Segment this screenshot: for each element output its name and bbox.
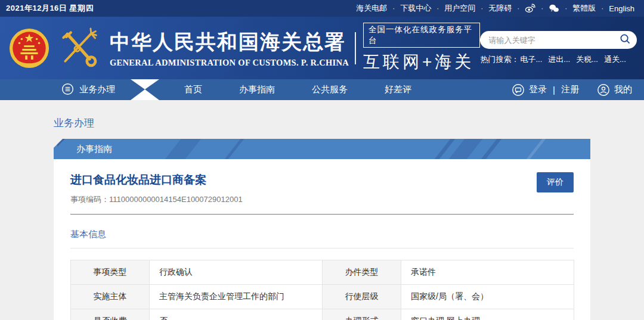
nav-item-public-service[interactable]: 公共服务 xyxy=(312,84,348,95)
my-account-link[interactable]: 我的 xyxy=(614,84,632,95)
banner-stripe xyxy=(162,139,204,159)
nav-menu-business[interactable]: 业务办理 xyxy=(61,83,115,97)
search-icon[interactable] xyxy=(620,33,631,47)
user-icon xyxy=(597,83,610,97)
national-emblem xyxy=(8,27,50,69)
dot-separator: · xyxy=(436,4,439,13)
section-divider xyxy=(70,248,574,248)
field-label: 是否收费 xyxy=(71,309,150,320)
item-code: 事项编码：11100000000014154E1000729012001 xyxy=(70,194,243,205)
link-customs-email[interactable]: 海关电邮 xyxy=(356,3,387,14)
platform-name: 互联网+海关 xyxy=(363,51,480,73)
banner-decoration xyxy=(54,139,63,148)
table-row: 实施主体 主管海关负责企业管理工作的部门 行使层级 国家级/局（署、会） xyxy=(71,285,574,309)
page-content: 业务办理 办事指南 进口食品化妆品进口商备案 事项编码：111000000000… xyxy=(0,100,644,320)
field-value: 窗口办理 网上办理 xyxy=(401,309,574,320)
field-value: 否 xyxy=(150,309,323,320)
search-block: 热门搜索： 电子... 进出... 关税... 通关... xyxy=(480,31,637,65)
hot-search-item[interactable]: 进出... xyxy=(548,54,570,65)
dot-separator: · xyxy=(481,4,483,13)
hot-search-label: 热门搜索： xyxy=(480,54,519,65)
blue-divider xyxy=(70,214,574,215)
link-english[interactable]: English xyxy=(609,4,634,13)
site-header: 中华人民共和国海关总署 GENERAL ADMINISTRATION OF CU… xyxy=(0,17,644,79)
nav-account-area: 登录 | 注册 我的 xyxy=(512,83,632,97)
current-date: 2021年12月16日 星期四 xyxy=(6,3,94,14)
login-link[interactable]: 登录 xyxy=(529,84,547,95)
dot-separator: · xyxy=(517,4,519,13)
main-nav: 业务办理 首页 办事指南 公共服务 好差评 登录 | 注册 我的 xyxy=(0,79,644,100)
table-row: 是否收费 否 办理形式 窗口办理 网上办理 xyxy=(71,309,574,320)
hot-search-item[interactable]: 关税... xyxy=(576,54,598,65)
top-utility-bar: 2021年12月16日 星期四 海关电邮 · 下载中心 · 用户空间 · 无障碍… xyxy=(0,0,644,17)
link-user-space[interactable]: 用户空间 xyxy=(444,3,475,14)
field-value: 主管海关负责企业管理工作的部门 xyxy=(150,285,323,309)
page-title: 业务办理 xyxy=(54,116,590,130)
dot-separator: · xyxy=(565,4,567,13)
field-value: 国家级/局（署、会） xyxy=(401,285,574,309)
login-register-divider: | xyxy=(553,85,555,95)
hot-search-item[interactable]: 电子... xyxy=(520,54,542,65)
site-title-chinese: 中华人民共和国海关总署 xyxy=(110,29,349,56)
field-value: 承诺件 xyxy=(401,260,574,285)
dot-separator: · xyxy=(601,4,603,13)
wechat-icon[interactable] xyxy=(549,4,559,13)
weibo-icon[interactable] xyxy=(525,4,535,13)
link-traditional-chinese[interactable]: 繁體版 xyxy=(572,3,596,14)
field-label: 事项类型 xyxy=(71,260,150,285)
nav-active-marker xyxy=(131,79,159,100)
nav-item-rating[interactable]: 好差评 xyxy=(385,84,411,95)
section-title-basic-info: 基本信息 xyxy=(70,229,574,240)
hamburger-circle-icon xyxy=(61,83,74,97)
hot-search-item[interactable]: 通关... xyxy=(604,54,626,65)
platform-block: 全国一体化在线政务服务平台 互联网+海关 xyxy=(363,23,480,73)
dot-separator: · xyxy=(392,4,395,13)
field-value: 行政确认 xyxy=(150,260,323,285)
hot-search-line: 热门搜索： 电子... 进出... 关税... 通关... xyxy=(480,54,637,65)
nav-items: 首页 办事指南 公共服务 好差评 xyxy=(184,84,448,95)
site-title-block: 中华人民共和国海关总署 GENERAL ADMINISTRATION OF CU… xyxy=(110,29,349,68)
card-header: 进口食品化妆品进口商备案 事项编码：11100000000014154E1000… xyxy=(70,172,574,205)
search-input[interactable] xyxy=(488,36,620,45)
basic-info-table: 事项类型 行政确认 办件类型 承诺件 实施主体 主管海关负责企业管理工作的部门 … xyxy=(70,260,574,320)
banner-title: 办事指南 xyxy=(76,144,112,155)
item-title: 进口食品化妆品进口商备案 xyxy=(70,172,243,188)
banner-stripe xyxy=(222,139,247,159)
link-download-center[interactable]: 下载中心 xyxy=(400,3,431,14)
utility-links: 海关电邮 · 下载中心 · 用户空间 · 无障碍 · · · 繁體版 · Eng… xyxy=(356,3,634,14)
nav-item-home[interactable]: 首页 xyxy=(184,84,202,95)
header-divider xyxy=(355,32,356,64)
banner-stripe xyxy=(478,139,504,159)
search-box[interactable] xyxy=(480,31,637,49)
dot-separator: · xyxy=(541,4,543,13)
banner-stripe xyxy=(524,139,549,159)
field-label: 实施主体 xyxy=(71,285,150,309)
customs-logo-icon xyxy=(57,27,101,70)
table-row: 事项类型 行政确认 办件类型 承诺件 xyxy=(71,260,574,285)
field-label: 办理形式 xyxy=(323,309,401,320)
chat-bubble-icon xyxy=(512,83,525,97)
detail-card: 进口食品化妆品进口商备案 事项编码：11100000000014154E1000… xyxy=(54,159,590,320)
nav-menu-label: 业务办理 xyxy=(79,84,115,95)
my-account-group[interactable]: 我的 xyxy=(597,83,632,97)
link-accessibility[interactable]: 无障碍 xyxy=(488,3,512,14)
platform-badge: 全国一体化在线政务服务平台 xyxy=(363,23,480,48)
site-title-english: GENERAL ADMINISTRATION OF CUSTOMS. P. R.… xyxy=(110,58,349,68)
field-label: 行使层级 xyxy=(323,285,401,309)
service-guide-banner: 办事指南 xyxy=(54,139,590,159)
register-link[interactable]: 注册 xyxy=(561,84,579,95)
field-label: 办件类型 xyxy=(323,260,401,285)
evaluate-button[interactable]: 评价 xyxy=(537,172,574,192)
nav-item-service-guide[interactable]: 办事指南 xyxy=(239,84,275,95)
